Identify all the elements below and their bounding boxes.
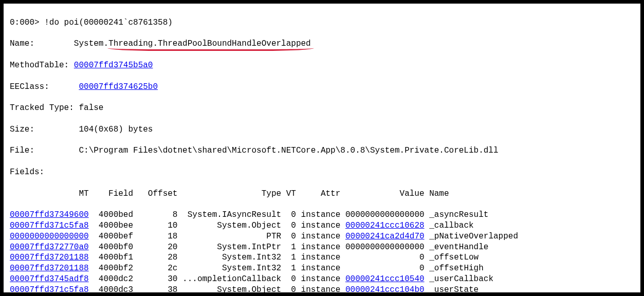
vt-value: 1 bbox=[281, 253, 296, 262]
eeclass-line: EEClass: 00007ffd374625b0 bbox=[10, 82, 634, 92]
vt-value: 0 bbox=[281, 210, 296, 219]
eeclass-link[interactable]: 00007ffd374625b0 bbox=[79, 82, 158, 91]
value-cell: 0000000000000000 bbox=[345, 243, 425, 252]
type-value: System.IAsyncResult bbox=[182, 210, 281, 219]
field-value: 4000bf0 bbox=[99, 243, 133, 252]
tracked-line: Tracked Type: false bbox=[10, 103, 634, 114]
field-value: 4000bee bbox=[99, 221, 133, 230]
mt-link[interactable]: 0000000000000000 bbox=[10, 232, 89, 241]
attr-value: instance bbox=[296, 221, 340, 230]
attr-value: instance bbox=[296, 285, 340, 294]
vt-value: 0 bbox=[281, 274, 296, 284]
mt-link[interactable]: 00007ffd371c5fa8 bbox=[10, 285, 89, 294]
field-value: 4000dc3 bbox=[99, 285, 133, 294]
vt-value: 0 bbox=[281, 232, 296, 241]
field-name: _pNativeOverlapped bbox=[429, 232, 518, 241]
name-label: Name: bbox=[10, 39, 34, 48]
offset-value: 8 bbox=[133, 210, 177, 219]
attr-value: instance bbox=[296, 243, 340, 252]
methodtable-line: MethodTable: 00007ffd3745b5a0 bbox=[10, 60, 634, 71]
size-line: Size: 104(0x68) bytes bbox=[10, 124, 634, 135]
methodtable-link[interactable]: 00007ffd3745b5a0 bbox=[74, 61, 153, 70]
table-row: 00007ffd371c5fa8 4000dc3 38 System.Objec… bbox=[10, 285, 634, 295]
attr-value: instance bbox=[296, 210, 340, 219]
type-value: System.Object bbox=[182, 285, 281, 294]
offset-value: 20 bbox=[133, 243, 177, 252]
attr-value: instance bbox=[296, 274, 340, 284]
field-value: 4000bf2 bbox=[99, 264, 133, 273]
table-row: 00007ffd371c5fa8 4000bee 10 System.Objec… bbox=[10, 220, 634, 231]
field-value: 4000bed bbox=[99, 210, 133, 219]
size-label: Size: bbox=[10, 125, 34, 134]
value-cell[interactable]: 00000241ca2d4d70 bbox=[345, 232, 425, 241]
table-row: 0000000000000000 4000bef 18 PTR 0 instan… bbox=[10, 231, 634, 242]
field-value: 4000dc2 bbox=[99, 274, 133, 284]
fields-rows: 00007ffd37349600 4000bed 8 System.IAsync… bbox=[10, 210, 634, 296]
size-value: 104(0x68) bytes bbox=[79, 125, 153, 134]
vt-value: 0 bbox=[281, 285, 296, 294]
mt-link[interactable]: 00007ffd37201188 bbox=[10, 264, 89, 273]
name-value: System.Threading.ThreadPoolBoundHandleOv… bbox=[74, 39, 311, 48]
offset-value: 10 bbox=[133, 221, 177, 230]
mt-label: MethodTable: bbox=[10, 61, 69, 70]
table-row: 00007ffd372770a0 4000bf0 20 System.IntPt… bbox=[10, 242, 634, 253]
mt-link[interactable]: 00007ffd3745adf8 bbox=[10, 274, 89, 284]
value-cell: 0 bbox=[419, 264, 425, 273]
vt-value: 0 bbox=[281, 221, 296, 230]
value-cell[interactable]: 00000241ccc104b0 bbox=[345, 285, 425, 294]
value-cell[interactable]: 00000241ccc10540 bbox=[345, 274, 425, 284]
vt-value: 1 bbox=[281, 264, 296, 273]
field-name: _eventHandle bbox=[429, 243, 488, 252]
attr-value: instance bbox=[296, 232, 340, 241]
table-row: 00007ffd3745adf8 4000dc2 30 ...ompletion… bbox=[10, 274, 634, 285]
type-value: System.Object bbox=[182, 221, 281, 230]
file-line: File: C:\Program Files\dotnet\shared\Mic… bbox=[10, 145, 634, 156]
type-value: System.Int32 bbox=[182, 253, 281, 262]
offset-value: 2c bbox=[133, 264, 177, 273]
mt-link[interactable]: 00007ffd372770a0 bbox=[10, 243, 89, 252]
field-name: _asyncResult bbox=[429, 210, 488, 219]
name-line: Name: System.Threading.ThreadPoolBoundHa… bbox=[10, 39, 634, 49]
debugger-output: 0:000> !do poi(00000241`c8761358) Name: … bbox=[0, 0, 644, 296]
field-name: _userState bbox=[429, 285, 479, 294]
vt-value: 1 bbox=[281, 243, 296, 252]
fields-label-line: Fields: bbox=[10, 167, 634, 178]
table-row: 00007ffd37349600 4000bed 8 System.IAsync… bbox=[10, 210, 634, 220]
type-value: ...ompletionCallback bbox=[182, 274, 281, 284]
mt-link[interactable]: 00007ffd371c5fa8 bbox=[10, 221, 89, 230]
offset-value: 28 bbox=[133, 253, 177, 262]
mt-link[interactable]: 00007ffd37201188 bbox=[10, 253, 89, 262]
offset-value: 38 bbox=[133, 285, 177, 294]
fields-columns: MT Field Offset Type VT Attr Value Name bbox=[10, 189, 634, 199]
field-name: _offsetHigh bbox=[429, 264, 484, 273]
field-name: _userCallback bbox=[429, 274, 493, 284]
offset-value: 18 bbox=[133, 232, 177, 241]
tracked-label: Tracked Type: bbox=[10, 103, 74, 113]
field-name: _offsetLow bbox=[429, 253, 479, 262]
attr-value: instance bbox=[296, 264, 340, 273]
tracked-value: false bbox=[79, 103, 103, 113]
type-value: System.IntPtr bbox=[182, 243, 281, 252]
field-name: _callback bbox=[429, 221, 473, 230]
file-value: C:\Program Files\dotnet\shared\Microsoft… bbox=[79, 146, 498, 155]
value-cell[interactable]: 00000241ccc10628 bbox=[345, 221, 425, 230]
mt-link[interactable]: 00007ffd37349600 bbox=[10, 210, 89, 219]
offset-value: 30 bbox=[133, 274, 177, 284]
field-value: 4000bf1 bbox=[99, 253, 133, 262]
value-cell: 0000000000000000 bbox=[345, 210, 425, 219]
table-row: 00007ffd37201188 4000bf2 2c System.Int32… bbox=[10, 263, 634, 274]
attr-value: instance bbox=[296, 253, 340, 262]
type-value: System.Int32 bbox=[182, 264, 281, 273]
ee-label: EEClass: bbox=[10, 82, 49, 91]
table-row: 00007ffd37201188 4000bf1 28 System.Int32… bbox=[10, 252, 634, 263]
value-cell: 0 bbox=[419, 253, 425, 262]
file-label: File: bbox=[10, 146, 34, 155]
type-value: PTR bbox=[182, 232, 281, 241]
command-prompt: 0:000> !do poi(00000241`c8761358) bbox=[10, 17, 634, 28]
field-value: 4000bef bbox=[99, 232, 133, 241]
